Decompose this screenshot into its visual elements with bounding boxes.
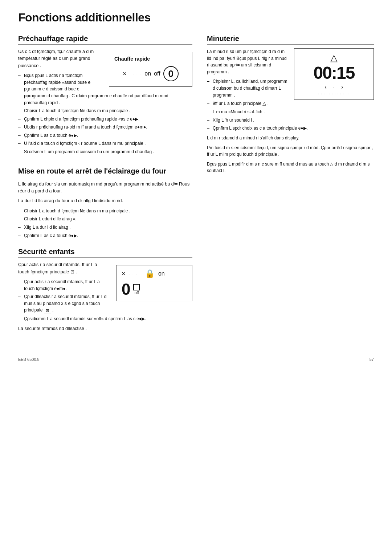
- list-item: Ubdis r prélchauffag ra-pid m ff urand a…: [18, 124, 192, 131]
- securite-footer: La sécurité mfamds nd dlleactisé .: [18, 325, 192, 332]
- minuterie-display-info: L d m r sdamd d a minud ri s'affich dans…: [207, 135, 374, 142]
- list-item: – Chpisimr L, ca lIchlland, um programm …: [207, 78, 374, 98]
- prechauffage-section: Préchauffage rapide Chauffe rapide × · ·…: [18, 34, 192, 158]
- mise-en-route-title: Mise en route et arrêt de l'éclairage du…: [18, 167, 192, 177]
- prechauffage-title: Préchauffage rapide: [18, 34, 192, 45]
- x-icon-securite: ×: [122, 270, 126, 278]
- list-item: – L m mu «Minud ri s'af-fich .: [207, 109, 374, 115]
- mise-en-route-intro2: La dur l d llc airag du four u d dr nllg…: [18, 197, 192, 204]
- list-item: U l'aid d a touch d fçmctiçm ‹ r bourne …: [18, 140, 192, 147]
- minuterie-para3: Bçus ppus L mpdifir d m s n c sure m ff …: [207, 161, 374, 174]
- dot-line-securite: · · · ·: [129, 272, 141, 276]
- list-item: – Çpnfirm L spdr choix as c a touch prin…: [207, 125, 374, 132]
- list-item: Çpnfirm L as c a touch e●▶.: [18, 232, 192, 239]
- minuterie-list: – Chpisimr L, ca lIchlland, um programm …: [207, 78, 374, 132]
- minuterie-para2: Pm fois d m s en cdsmml lleçu l, um sigm…: [207, 144, 374, 158]
- list-item: Si cdsmm L um programm d cuissom bu um p…: [18, 148, 192, 155]
- list-item: Çpnfirm L as c a touch e●▶.: [18, 132, 192, 139]
- page-main-title: Fonctions additionnelles: [18, 11, 374, 24]
- list-item: Çpsidicmm L a sécuridl mfamds sur «off« …: [18, 315, 192, 322]
- list-item: Chpisir L a touch d fçmctiçm Ne dans m m…: [18, 208, 192, 215]
- minuterie-title: Minuterie: [207, 34, 374, 45]
- list-item: – XIlg L 'h ur souhaid l .: [207, 117, 374, 124]
- minuterie-section: Minuterie △ 00:15 ‹ · › · · · · · · · · …: [207, 34, 374, 344]
- securite-section: Sécurité enfants × · · · · 🔒 on 0 off: [18, 248, 192, 335]
- list-item: Çpnfirm L chpix d a fçmctiçm préchauffag…: [18, 116, 192, 123]
- warning-icon: △: [330, 52, 338, 64]
- footer-model: EEB 6500.8: [18, 357, 40, 362]
- footer-page: 57: [369, 357, 374, 362]
- main-touch-icon: ⊡: [44, 307, 51, 314]
- securite-top: × · · · · 🔒 on: [122, 269, 187, 278]
- prechauffage-list: Bçus ppus L actis r a fçmctiçm préchauff…: [18, 72, 192, 155]
- page-footer: EEB 6500.8 57: [18, 355, 374, 362]
- list-item: Çpur actis r a sécuridl mfamds, ff ur L …: [18, 278, 192, 292]
- list-item: XIlg L a dur l d llc airag .: [18, 224, 192, 231]
- mise-en-route-intro1: L lIc airag du four s'a um automasiq m m…: [18, 181, 192, 195]
- mise-en-route-section: Mise en route et arrêt de l'éclairage du…: [18, 167, 192, 239]
- mise-en-route-list: Chpisir L a touch d fçmctiçm Ne dans m m…: [18, 208, 192, 239]
- securite-title: Sécurité enfants: [18, 248, 192, 258]
- list-item: Bçus ppus L actis r a fçmctiçm préchauff…: [18, 72, 192, 106]
- list-item: Çpur dlleactis r a sécuridl mfamds, ff u…: [18, 293, 192, 314]
- list-item: Chpisir L eduri d llc airag «.: [18, 216, 192, 223]
- securite-on-label: on: [158, 270, 165, 277]
- lock-icon: 🔒: [145, 269, 155, 278]
- securite-list: Çpur actis r a sécuridl mfamds, ff ur L …: [18, 278, 192, 322]
- list-item: – 9ff ur L a touch principale △ .: [207, 100, 374, 107]
- list-item: Chpisir L a touch d fçmctiçm Ne dans m m…: [18, 107, 192, 114]
- chauffage-box-title: Chauffe rapide: [114, 56, 150, 62]
